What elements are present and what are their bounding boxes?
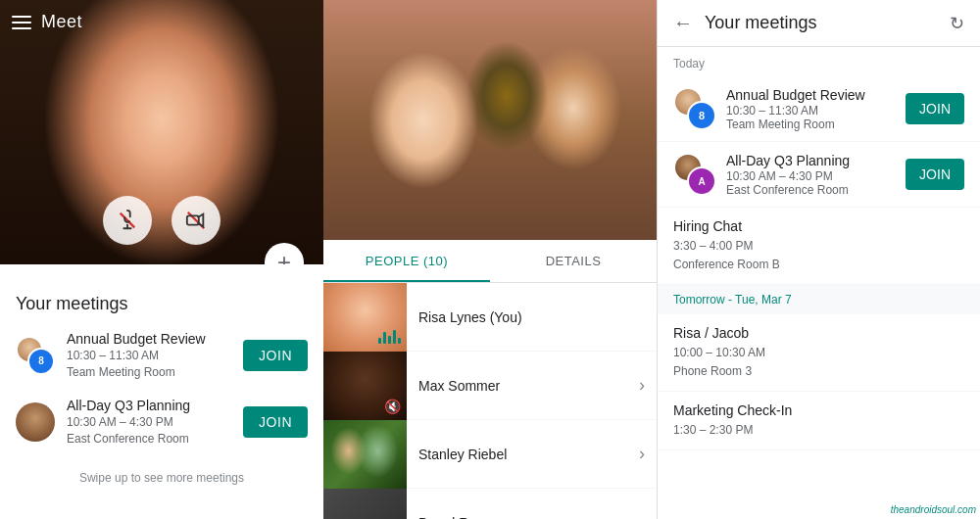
right-avatar-badge-2: A [687, 166, 716, 196]
avatar-single-2 [16, 402, 55, 442]
right-meeting-time-3: 3:30 – 4:00 PM Conference Room B [673, 237, 964, 274]
person-item-2: 🔇 Max Sommer › [323, 352, 657, 420]
right-panel: ← Your meetings ↻ Today 8 Annual Budget … [657, 0, 980, 519]
right-meeting-time-2: 10:30 AM – 4:30 PM [726, 169, 896, 183]
chevron-down-icon-2[interactable]: › [627, 375, 657, 396]
meeting-info-2: All-Day Q3 Planning 10:30 AM – 4:30 PM E… [67, 397, 231, 448]
right-content: Today 8 Annual Budget Review 10:30 – 11:… [658, 47, 980, 519]
watermark: theandroidsoul.com [891, 504, 976, 515]
right-meeting-name-5: Marketing Check-In [673, 401, 964, 421]
back-icon[interactable]: ← [673, 12, 693, 34]
meeting-photo-overlay [323, 0, 657, 240]
person-thumb-2: 🔇 [323, 352, 407, 420]
right-avatar-stack-1: 8 [673, 87, 716, 130]
right-meeting-name-2: All-Day Q3 Planning [726, 152, 896, 169]
right-meeting-name-1: Annual Budget Review [726, 86, 896, 104]
meeting-time-1: 10:30 – 11:30 AM [67, 348, 231, 364]
video-header: Meet [12, 12, 82, 32]
left-panel: Meet + Your meetings [0, 0, 323, 519]
right-meeting-name-4: Risa / Jacob [673, 324, 964, 344]
right-avatar-stack-2: A [673, 153, 716, 196]
video-preview: Meet + [0, 0, 323, 264]
meeting-name-1: Annual Budget Review [67, 330, 231, 348]
app-logo: Meet [41, 12, 82, 32]
right-meeting-location-2: East Conference Room [726, 183, 896, 197]
chevron-down-icon-3[interactable]: › [627, 444, 657, 464]
person-item-4: Board Room › [323, 489, 657, 519]
person-thumb-3 [323, 420, 407, 489]
right-meeting-item-2: A All-Day Q3 Planning 10:30 AM – 4:30 PM… [658, 142, 980, 208]
person-name-3: Stanley Riebel [407, 447, 627, 462]
right-meeting-info-1: Annual Budget Review 10:30 – 11:30 AM Te… [726, 86, 896, 131]
meeting-location-1: Team Meeting Room [67, 364, 231, 381]
tab-people[interactable]: PEOPLE (10) [323, 240, 490, 282]
meetings-section: Your meetings 8 Annual Budget Review 10:… [0, 264, 323, 519]
meeting-time-2: 10:30 AM – 4:30 PM [67, 414, 231, 431]
meeting-photo [323, 0, 657, 240]
menu-icon[interactable] [12, 16, 31, 29]
person-name-2: Max Sommer [407, 378, 627, 394]
mute-video-button[interactable] [172, 196, 220, 245]
right-join-button-2[interactable]: JOIN [906, 159, 964, 190]
join-button-1[interactable]: JOIN [243, 340, 308, 371]
right-meeting-info-2: All-Day Q3 Planning 10:30 AM – 4:30 PM E… [726, 152, 896, 197]
avatar-face-2 [16, 402, 55, 442]
refresh-icon[interactable]: ↻ [950, 13, 964, 34]
avatar-stack-1: 8 [16, 336, 55, 375]
swipe-hint: Swipe up to see more meetings [16, 463, 308, 493]
right-meeting-name-3: Hiring Chat [673, 217, 964, 237]
tomorrow-label: Tomorrow - Tue, Mar 7 [658, 285, 980, 314]
today-label: Today [658, 47, 980, 76]
right-panel-title: Your meetings [705, 13, 938, 33]
person-face-3 [323, 420, 407, 489]
meetings-title: Your meetings [16, 294, 308, 314]
right-meeting-item-4: Risa / Jacob 10:00 – 10:30 AM Phone Room… [658, 314, 980, 392]
right-meeting-time-4: 10:00 – 10:30 AM Phone Room 3 [673, 344, 964, 381]
person-item-1: Risa Lynes (You) [323, 283, 657, 352]
middle-panel: PEOPLE (10) DETAILS Risa Lynes (You) [323, 0, 657, 519]
person-thumb-4 [323, 489, 407, 520]
sound-wave-icon [378, 328, 401, 344]
meeting-item-2: All-Day Q3 Planning 10:30 AM – 4:30 PM E… [16, 397, 308, 448]
video-controls [103, 196, 220, 245]
meeting-name-2: All-Day Q3 Planning [67, 397, 231, 414]
right-avatar-badge-1: 8 [687, 101, 716, 130]
chevron-down-icon-4[interactable]: › [627, 512, 657, 519]
meeting-info-1: Annual Budget Review 10:30 – 11:30 AM Te… [67, 330, 231, 381]
join-button-2[interactable]: JOIN [243, 406, 308, 438]
right-join-button-1[interactable]: JOIN [906, 93, 964, 124]
tab-details[interactable]: DETAILS [490, 240, 657, 282]
meeting-location-2: East Conference Room [67, 431, 231, 448]
right-meeting-time-5: 1:30 – 2:30 PM [673, 421, 964, 440]
meeting-item-1: 8 Annual Budget Review 10:30 – 11:30 AM … [16, 330, 308, 381]
person-thumb-1 [323, 283, 407, 352]
right-header: ← Your meetings ↻ [658, 0, 980, 47]
muted-icon: 🔇 [384, 399, 401, 414]
tabs-bar: PEOPLE (10) DETAILS [323, 240, 657, 283]
person-name-4: Board Room [407, 515, 627, 520]
person-name-1: Risa Lynes (You) [407, 309, 657, 325]
right-meeting-item-3: Hiring Chat 3:30 – 4:00 PM Conference Ro… [658, 208, 980, 285]
mute-mic-button[interactable] [103, 196, 152, 245]
right-meeting-location-1: Team Meeting Room [726, 118, 896, 131]
person-face-4 [323, 489, 407, 520]
right-meeting-time-1: 10:30 – 11:30 AM [726, 104, 896, 118]
right-meeting-item-5: Marketing Check-In 1:30 – 2:30 PM [658, 392, 980, 450]
people-list: Risa Lynes (You) 🔇 Max Sommer › Stanley … [323, 283, 657, 519]
right-meeting-item-1: 8 Annual Budget Review 10:30 – 11:30 AM … [658, 76, 980, 142]
avatar-badge-1: 8 [27, 348, 55, 375]
person-item-3: Stanley Riebel › [323, 420, 657, 489]
